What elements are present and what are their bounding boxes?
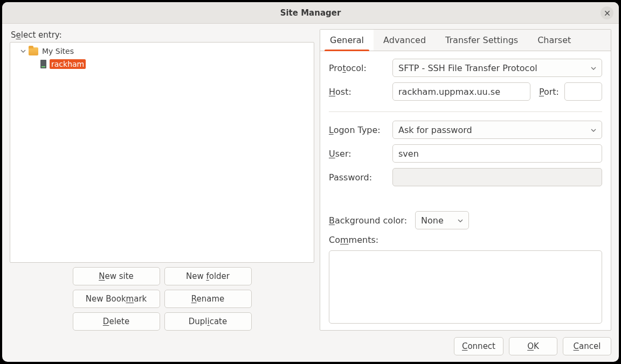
chevron-down-icon[interactable] (20, 48, 26, 54)
password-input (392, 168, 602, 186)
ok-button[interactable]: OK (509, 337, 557, 355)
comments-textarea[interactable] (329, 250, 602, 324)
logon-type-value: Ask for password (398, 125, 472, 135)
port-label: Port: (539, 87, 559, 97)
bgcolor-value: None (421, 215, 444, 226)
row-host: Host: Port: (329, 82, 602, 101)
new-bookmark-button[interactable]: New Bookmark (73, 290, 160, 308)
logon-type-select[interactable]: Ask for password (392, 121, 602, 139)
port-input[interactable] (564, 82, 602, 101)
delete-button[interactable]: Delete (73, 312, 160, 331)
cancel-button[interactable]: Cancel (563, 337, 611, 355)
folder-icon (29, 47, 38, 55)
chevron-down-icon (591, 63, 596, 73)
site-tree[interactable]: My Sites rackham (10, 42, 314, 263)
user-label: User: (329, 149, 387, 159)
connect-button[interactable]: Connect (454, 337, 503, 355)
window-title: Site Manager (280, 8, 341, 18)
duplicate-button[interactable]: Duplicate (164, 312, 252, 331)
new-folder-button[interactable]: New folder (164, 267, 252, 285)
spacer (329, 192, 602, 206)
tree-folder-label: My Sites (40, 46, 75, 56)
site-manager-window: Site Manager Select entry: My Sites (2, 2, 619, 362)
row-bgcolor: Background color: None (329, 211, 602, 229)
row-user: User: (329, 144, 602, 163)
select-entry-label: Select entry: (11, 30, 314, 40)
left-column: Select entry: My Sites rackham (10, 29, 314, 331)
server-icon (40, 60, 46, 68)
separator (329, 111, 602, 112)
user-input[interactable] (392, 144, 602, 163)
right-column: General Advanced Transfer Settings Chars… (320, 29, 611, 331)
rename-button[interactable]: Rename (164, 290, 252, 308)
tabs-header: General Advanced Transfer Settings Chars… (320, 30, 611, 51)
tree-folder-mysites[interactable]: My Sites (13, 45, 310, 58)
bgcolor-select[interactable]: None (415, 211, 469, 229)
logon-type-label: Logon Type: (329, 125, 387, 135)
row-protocol: Protocol: SFTP - SSH File Transfer Proto… (329, 59, 602, 77)
host-label: Host: (329, 87, 387, 97)
site-actions: New site New folder New Bookmark Rename … (10, 267, 314, 331)
row-password: Password: (329, 168, 602, 186)
new-site-button[interactable]: New site (73, 267, 160, 285)
titlebar: Site Manager (2, 2, 619, 24)
comments-label: Comments: (329, 235, 602, 245)
row-logon-type: Logon Type: Ask for password (329, 121, 602, 139)
host-input[interactable] (392, 82, 530, 101)
tree-site-rackham[interactable]: rackham (13, 58, 310, 71)
tab-charset[interactable]: Charset (528, 30, 581, 51)
chevron-down-icon (591, 125, 596, 135)
password-label: Password: (329, 172, 387, 183)
protocol-select[interactable]: SFTP - SSH File Transfer Protocol (392, 59, 602, 77)
chevron-down-icon (458, 215, 463, 226)
close-icon[interactable] (601, 6, 613, 19)
tree-site-label: rackham (50, 59, 86, 69)
tabs-frame: General Advanced Transfer Settings Chars… (320, 29, 611, 331)
tab-general[interactable]: General (320, 30, 374, 51)
tab-advanced[interactable]: Advanced (374, 30, 436, 51)
tab-general-body: Protocol: SFTP - SSH File Transfer Proto… (320, 51, 611, 330)
bgcolor-label: Background color: (329, 215, 410, 226)
protocol-label: Protocol: (329, 63, 387, 73)
dialog-content: Select entry: My Sites rackham (2, 24, 619, 362)
main-row: Select entry: My Sites rackham (10, 29, 611, 331)
dialog-footer: Connect OK Cancel (10, 337, 611, 355)
protocol-value: SFTP - SSH File Transfer Protocol (398, 63, 537, 73)
tab-transfer-settings[interactable]: Transfer Settings (436, 30, 528, 51)
